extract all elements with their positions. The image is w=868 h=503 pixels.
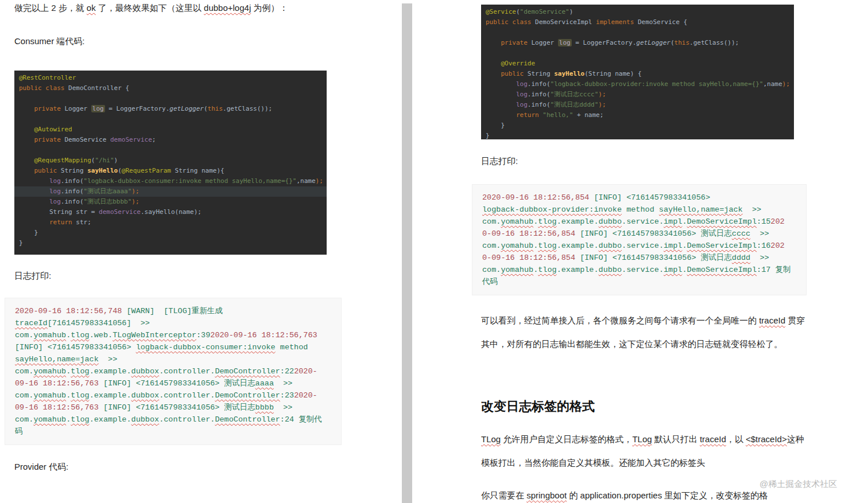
- text-segment: [19, 136, 34, 143]
- text-segment: DemoController: [215, 367, 280, 376]
- text-segment: log: [49, 177, 61, 185]
- code-line: }: [14, 238, 327, 248]
- text-segment: .controller.: [159, 415, 215, 424]
- text-segment: private: [34, 136, 65, 143]
- text-segment: dubbo: [599, 217, 622, 226]
- text-segment: .info(: [528, 80, 551, 88]
- text-segment: tlog: [538, 217, 556, 226]
- text-segment: private: [501, 39, 532, 46]
- text-segment: .info(: [61, 177, 84, 185]
- log-line: com.yomahub.tlog.example.dubbox.controll…: [5, 365, 341, 377]
- log-line: 2020-09-16 18:12:56,748 [WARN] [TLOG]重新生…: [5, 305, 341, 317]
- code-line: log.info("logback-dubbox-provider:invoke…: [481, 79, 794, 89]
- text-segment: >>: [274, 403, 292, 412]
- text-segment: tlog: [538, 266, 556, 274]
- text-segment: public: [501, 70, 528, 77]
- text-segment: "测试日志aaaa": [84, 188, 132, 195]
- text-segment: dubbox: [131, 415, 160, 424]
- code-line: return "hello," + name;: [481, 110, 794, 120]
- text-segment: method: [622, 205, 659, 214]
- text-segment: .: [682, 217, 687, 226]
- text-segment: "hello,": [542, 111, 573, 119]
- text-segment: ,name: [763, 80, 782, 88]
- text-segment: );: [131, 198, 139, 205]
- log-line: 0-09-16 18:12:56,854 [INFO] <71614579833…: [472, 252, 806, 264]
- log-line: com.yomahub.tlog.example.dubbox.controll…: [5, 389, 341, 401]
- code-line: log.info("测试日志dddd");: [481, 100, 794, 110]
- section-heading: 改变日志标签的格式: [481, 398, 595, 415]
- code-line: [14, 145, 327, 155]
- text-segment: :24: [280, 415, 299, 424]
- text-segment: ;: [152, 136, 156, 143]
- text-segment: springboot: [526, 490, 567, 500]
- text-segment: tlog: [71, 367, 89, 376]
- text-segment: @Service: [486, 8, 516, 15]
- log-line: 0-09-16 18:12:56,854 [INFO] <71614579833…: [472, 228, 806, 240]
- text-segment: return: [516, 111, 542, 119]
- copy-code-button[interactable]: 复制代: [299, 415, 322, 424]
- consumer-log-block: 2020-09-16 18:12:56,748 [WARN] [TLOG]重新生…: [5, 298, 342, 445]
- text-segment: sayHello,name=jack: [15, 355, 99, 364]
- text-segment: String: [61, 167, 87, 174]
- provider-code-block: @Service("demoService")public class Demo…: [481, 5, 794, 139]
- text-segment: >>: [750, 229, 769, 238]
- text-segment: [486, 60, 501, 67]
- text-segment: impl: [664, 266, 682, 274]
- text-segment: );: [598, 91, 606, 98]
- text-segment: yomahub: [33, 415, 66, 424]
- text-segment: <$traceId>: [746, 434, 787, 444]
- text-segment: log: [49, 188, 61, 195]
- text-segment: 你只需要在: [481, 490, 526, 500]
- text-segment: .: [682, 266, 687, 274]
- text-segment: ，以: [726, 434, 746, 444]
- text-segment: @RequestMapping: [34, 157, 91, 164]
- text-segment: getLogger: [636, 39, 671, 46]
- summary-paragraph: 可以看到，经过简单接入后，各个微服务之间每个请求有一个全局唯一的 traceId…: [481, 309, 809, 356]
- intro-paragraph: 做完以上 2 步，就 ok 了，最终效果如下（这里以 dubbo+log4j 为…: [14, 3, 388, 14]
- code-line: log.info("测试日志cccc");: [481, 89, 794, 100]
- text-segment: [INFO] <7161457983341056> 测试日志: [99, 403, 255, 412]
- copy-code-button[interactable]: 码: [15, 427, 23, 436]
- text-segment: .getClass());: [689, 39, 739, 46]
- text-segment: aaaa: [255, 379, 274, 388]
- text-segment: com.: [482, 241, 501, 250]
- code-line: private Logger log = LoggerFactory.getLo…: [14, 104, 327, 114]
- text-segment: @Autowired: [34, 126, 72, 133]
- text-segment: log: [558, 39, 572, 46]
- code-line: private DemoService demoService;: [14, 135, 327, 145]
- log-line: com.yomahub.tlog.example.dubbo.service.i…: [472, 264, 806, 276]
- copy-code-button[interactable]: 代码: [482, 278, 498, 286]
- text-segment: .example.: [557, 241, 599, 250]
- text-segment: [19, 188, 49, 195]
- text-segment: [INFO] <7161457983341056> 测试日志: [99, 379, 255, 388]
- text-segment: 0-09-16 18:12:56,854: [482, 229, 575, 238]
- text-segment: .: [682, 241, 687, 250]
- text-segment: >>: [750, 254, 769, 262]
- text-segment: "demoService": [520, 8, 569, 15]
- text-segment: Logger: [64, 105, 91, 112]
- copy-code-button[interactable]: 复制: [775, 266, 790, 274]
- text-segment: .service.: [622, 241, 664, 250]
- code-line: log.info("测试日志aaaa");: [14, 186, 327, 197]
- text-segment: this: [208, 105, 223, 112]
- text-segment: public class: [486, 18, 535, 26]
- code-line: private Logger log = LoggerFactory.getLo…: [481, 38, 794, 48]
- text-segment: [INFO] <7161457983341056> 测试日志: [575, 229, 732, 238]
- text-segment: [486, 70, 501, 77]
- text-segment: >>: [743, 205, 761, 214]
- text-segment: [WARN] [TLOG]重新生成: [122, 307, 223, 315]
- text-segment: [486, 101, 516, 108]
- text-segment: @RequestParam: [122, 167, 171, 174]
- log-line: com.yomahub.tlog.web.TLogWebInterceptor:…: [5, 329, 341, 341]
- text-segment: impl: [664, 241, 682, 250]
- text-segment: );: [131, 188, 139, 195]
- provider-code-label: Provider 代码:: [14, 462, 68, 473]
- community-watermark: @稀土掘金技术社区: [760, 479, 837, 490]
- text-segment: traceId: [15, 319, 48, 327]
- text-segment: yomahub: [501, 266, 533, 274]
- consumer-code-block: @RestControllerpublic class DemoControll…: [14, 71, 327, 255]
- text-segment: Logger: [531, 39, 557, 46]
- text-segment: getLogger: [169, 105, 204, 112]
- text-segment: [486, 91, 516, 98]
- text-segment: yomahub: [33, 367, 66, 376]
